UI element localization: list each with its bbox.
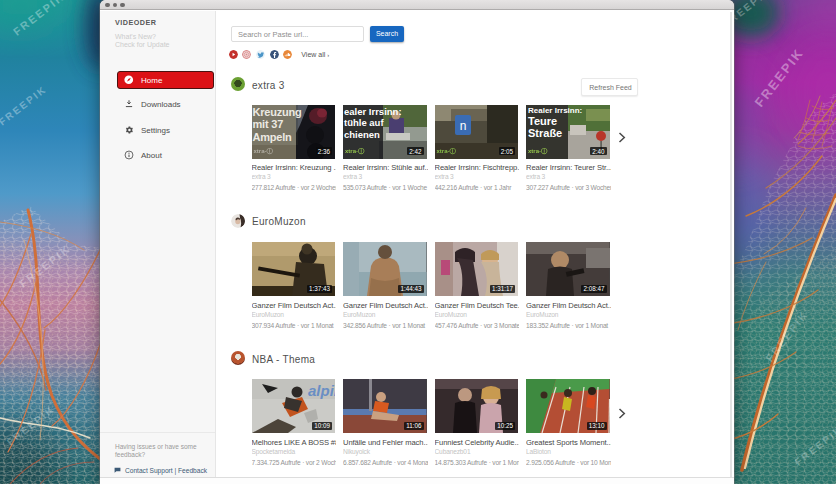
- svg-text:n: n: [459, 119, 466, 133]
- svg-text:alpin: alpin: [308, 382, 336, 399]
